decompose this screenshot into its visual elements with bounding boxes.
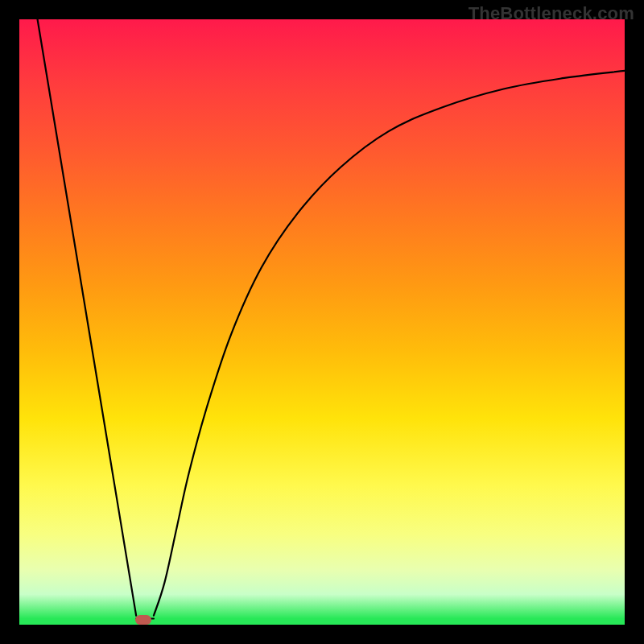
- optimal-point-marker: [135, 615, 151, 625]
- bottleneck-curve: [19, 19, 625, 625]
- plot-area: [19, 19, 625, 625]
- curve-right-segment: [154, 71, 625, 616]
- curve-left-segment: [38, 19, 137, 616]
- chart-stage: TheBottleneck.com: [0, 0, 644, 644]
